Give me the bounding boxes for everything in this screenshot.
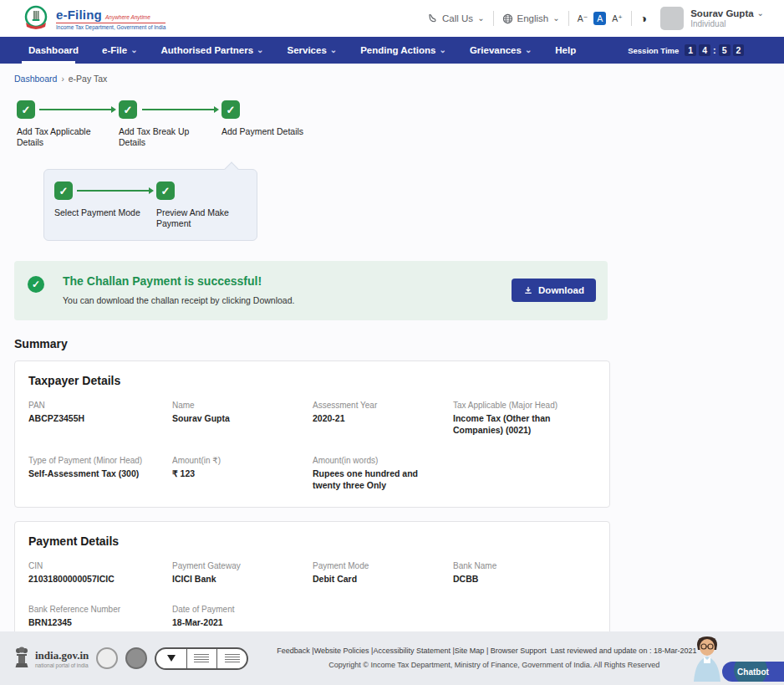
- nav-item-authorised-partners[interactable]: Authorised Partners⌄: [150, 37, 276, 64]
- language-selector[interactable]: English ⌄: [502, 13, 560, 24]
- separator: |: [486, 647, 488, 655]
- substep-panel: ✓ Select Payment Mode ✓ Preview And Make…: [43, 169, 257, 241]
- divider: [493, 11, 494, 26]
- india-gov-portal-logo[interactable]: india.gov.in national portal of india: [13, 647, 89, 670]
- taxpayer-details-card: Taxpayer Details PAN ABCPZ3455H Name Sou…: [14, 360, 610, 508]
- footer-links: Feedback |Website Policies |Accessibilit…: [277, 646, 711, 657]
- copyright-text: Copyright © Income Tax Department, Minis…: [277, 660, 711, 672]
- substep-select-payment-mode: ✓ Select Payment Mode: [54, 181, 153, 218]
- language-label: English: [517, 13, 549, 23]
- step-label: Add Tax Applicable Details: [17, 126, 115, 148]
- field-amount-in-words: Amount(in words) Rupees one hundred and …: [313, 456, 453, 491]
- nav-item-e-file[interactable]: e-File⌄: [90, 37, 149, 64]
- footer-link-feedback[interactable]: Feedback: [277, 647, 310, 655]
- contrast-toggle-icon[interactable]: ◑: [640, 12, 647, 25]
- footer-link-site-map[interactable]: Site Map: [455, 647, 485, 655]
- card-title: Taxpayer Details: [28, 374, 596, 387]
- step-add-payment-details: ✓ Add Payment Details: [221, 100, 320, 137]
- breadcrumb-separator-icon: ›: [61, 74, 64, 84]
- substep-label: Preview And Make Payment: [156, 207, 255, 229]
- e-filing-logo[interactable]: e-Filing Anywhere Anytime Income Tax Dep…: [22, 4, 165, 33]
- divider: [631, 11, 632, 26]
- download-icon: [523, 285, 533, 295]
- footer-link-browser-support[interactable]: Browser Support: [491, 647, 547, 655]
- user-menu[interactable]: Sourav Gupta ⌄ Individual: [660, 7, 764, 30]
- summary-heading: Summary: [14, 337, 610, 350]
- field-bank-name: Bank Name DCBB: [453, 561, 596, 585]
- main-content: Dashboard › e-Pay Tax ✓ Add Tax Applicab…: [0, 64, 610, 685]
- substep-connector-arrow-icon: [77, 190, 152, 192]
- field-type-of-payment: Type of Payment (Minor Head) Self-Assess…: [28, 456, 172, 491]
- field-date-of-payment: Date of Payment 18-Mar-2021: [172, 605, 313, 629]
- chevron-down-icon: ⌄: [552, 14, 559, 23]
- substep-check-icon: ✓: [156, 181, 175, 200]
- step-check-icon: ✓: [119, 100, 137, 119]
- main-nav: Dashboard e-File⌄ Authorised Partners⌄ S…: [0, 37, 784, 64]
- field-name: Name Sourav Gupta: [172, 401, 313, 436]
- banner-subtitle: You can download the challan receipt by …: [63, 295, 294, 305]
- card-title: Payment Details: [28, 534, 596, 548]
- font-default-button[interactable]: A: [593, 12, 606, 25]
- session-digit: 4: [699, 44, 710, 56]
- step-add-tax-applicable-details: ✓ Add Tax Applicable Details: [17, 100, 115, 148]
- call-us-menu[interactable]: Call Us ⌄: [428, 13, 484, 23]
- footer: india.gov.in national portal of india Fe…: [0, 631, 784, 685]
- nav-item-grievances[interactable]: Grievances⌄: [458, 37, 543, 64]
- nav-item-help[interactable]: Help: [543, 37, 588, 64]
- success-check-icon: ✓: [28, 276, 44, 293]
- field-tax-applicable: Tax Applicable (Major Head) Income Tax (…: [453, 401, 596, 436]
- divider: [568, 11, 569, 26]
- globe-icon: [502, 13, 513, 24]
- panel-caret: [225, 162, 239, 176]
- download-receipt-button[interactable]: Download: [512, 279, 596, 302]
- session-timer: Session Time 1 4 : 5 2: [628, 37, 744, 64]
- call-us-label: Call Us: [442, 13, 473, 23]
- step-connector-arrow-icon: [39, 109, 115, 110]
- chevron-down-icon: ⌄: [257, 46, 263, 54]
- payment-details-card: Payment Details CIN 21031800000057ICIC P…: [14, 521, 610, 645]
- font-decrease-button[interactable]: A⁻: [578, 13, 588, 23]
- substep-preview-and-make-payment: ✓ Preview And Make Payment: [156, 181, 255, 229]
- chatbot-button[interactable]: Chatbot: [722, 662, 784, 682]
- session-digit: 2: [733, 44, 745, 56]
- substep-check-icon: ✓: [54, 181, 73, 200]
- logo-subtitle: Income Tax Department, Government of Ind…: [56, 24, 165, 30]
- page: e-Filing Anywhere Anytime Income Tax Dep…: [0, 0, 784, 685]
- top-header: e-Filing Anywhere Anytime Income Tax Dep…: [0, 0, 784, 37]
- iso-certification-badges-icon: [155, 647, 248, 670]
- field-pan: PAN ABCPZ3455H: [28, 401, 172, 436]
- session-digit: 5: [719, 44, 731, 56]
- chatbot-avatar-icon: [685, 633, 729, 682]
- step-label: Add Tax Break Up Details: [119, 126, 217, 148]
- footer-link-website-policies[interactable]: Website Policies: [314, 647, 369, 655]
- chevron-down-icon: ⌄: [440, 46, 446, 54]
- step-check-icon: ✓: [221, 100, 240, 119]
- banner-title: The Challan Payment is successful!: [63, 274, 294, 288]
- avatar: [660, 7, 684, 30]
- chatbot-widget: Chatbot: [685, 633, 784, 682]
- field-assessment-year: Assessment Year 2020-21: [313, 401, 453, 436]
- field-cin: CIN 21031800000057ICIC: [28, 561, 172, 585]
- nav-item-dashboard[interactable]: Dashboard: [17, 37, 90, 64]
- national-emblem-icon: [13, 647, 30, 670]
- user-name: Sourav Gupta: [690, 8, 753, 18]
- nav-item-pending-actions[interactable]: Pending Actions⌄: [349, 37, 458, 64]
- logo-tagline: Anywhere Anytime: [105, 14, 150, 20]
- breadcrumb-current: e-Pay Tax: [69, 74, 108, 84]
- step-check-icon: ✓: [17, 100, 35, 119]
- portal-subtitle: national portal of india: [35, 662, 89, 668]
- session-time-label: Session Time: [628, 46, 679, 55]
- footer-link-accessibility[interactable]: Accessibility Statement: [373, 647, 451, 655]
- step-add-tax-break-up-details: ✓ Add Tax Break Up Details: [119, 100, 217, 148]
- nav-item-services[interactable]: Services⌄: [275, 37, 349, 64]
- chevron-down-icon: ⌄: [525, 46, 532, 54]
- phone-icon: [428, 13, 438, 23]
- substep-label: Select Payment Mode: [54, 207, 153, 218]
- chevron-down-icon: ⌄: [477, 14, 484, 23]
- session-digit: 1: [685, 44, 696, 56]
- logo-title: e-Filing: [56, 8, 102, 22]
- progress-stepper: ✓ Add Tax Applicable Details ✓ Add Tax B…: [17, 100, 351, 156]
- breadcrumb-link-dashboard[interactable]: Dashboard: [14, 74, 57, 84]
- session-colon: :: [713, 45, 716, 55]
- font-increase-button[interactable]: A⁺: [612, 13, 623, 23]
